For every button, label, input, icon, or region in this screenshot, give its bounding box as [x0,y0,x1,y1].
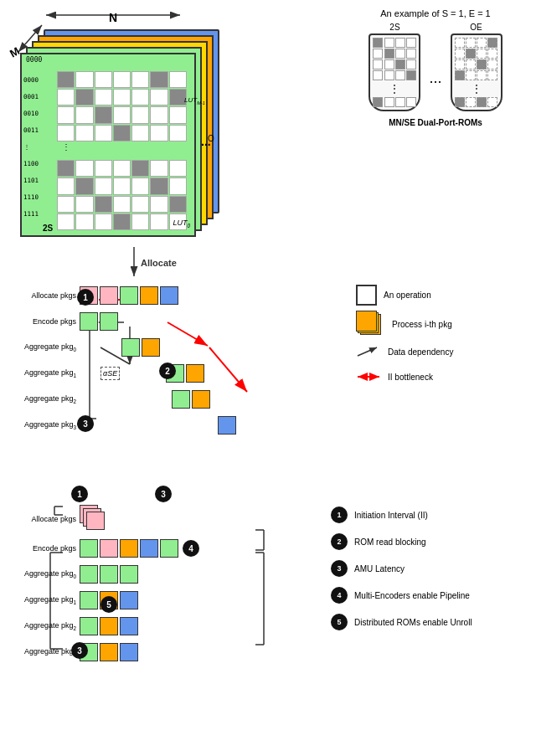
legend-ii-bottleneck: II bottleneck [356,368,532,385]
rc [455,38,465,48]
gc [113,213,131,230]
rc [395,97,405,107]
gc [75,196,93,213]
label-lutm1: LUTM-1 [184,96,205,105]
gc [57,177,75,194]
pipeline-row-encode: Encode pkgs [0,311,322,332]
gc [131,106,149,123]
gc [57,106,75,123]
bin-1101: 1101 [23,173,39,188]
pb [80,312,98,331]
gc [57,160,75,177]
rom-2s-grid-bot [373,97,416,107]
row-label-agg1: Aggregate pkg1 [0,368,80,378]
pipeline2-row-agg1: Aggregate pkg1 5 [0,589,318,611]
legend-item-2: 2 ROM read blocking [331,533,532,550]
encode2-blocks [80,539,178,558]
rc [487,49,497,59]
legend-process-label: Process i-th pkg [392,320,452,329]
pipeline-row-agg0: Aggregate pkg0 [0,337,322,358]
gc [75,89,93,105]
dep-arrow-svg [356,343,381,360]
rc [477,38,487,48]
label-lut0: LUT0 [173,219,190,229]
legend-badge-1: 1 [331,507,348,523]
badge-1-mid: 1 [77,289,94,306]
pb [142,338,160,357]
gc: ⋮ [57,142,75,159]
bin-1110: 1110 [23,190,39,205]
binary-0000-top: 0000 [26,56,42,64]
agg3-2-blocks [80,643,138,661]
rc [406,59,416,69]
legend-section: An operation Process i-th pkg [356,285,532,385]
alpha-se-box: αSE [100,367,120,380]
gc [113,177,131,194]
legend-op-box [356,285,377,306]
pipeline2-row-agg2: Aggregate pkg2 [0,615,318,637]
pipeline2-row-allocate: Allocate pkgs [0,504,318,533]
pb [120,591,138,609]
rc [477,97,487,107]
rc [406,38,416,48]
agg0-2-blocks [80,565,138,584]
legend-text-4: Multi-Encoders enable Pipeline [354,591,470,600]
gc [57,196,75,213]
bin-0011: 0011 [23,123,39,138]
pb [120,565,138,584]
pb [172,390,190,409]
pb [120,539,138,558]
p2-label-agg1: Aggregate pkg1 [0,595,80,605]
bottom-legend: 1 Initiation Interval (II) 2 ROM read bl… [331,507,532,640]
bin-1100: 1100 [23,157,39,172]
gc [169,160,187,177]
gc [131,89,149,105]
gc [75,213,93,230]
rc [406,97,416,107]
rc [487,59,497,69]
gc [150,177,168,194]
legend-ii-arrow [356,368,381,385]
row-label-agg2: Aggregate pkg2 [0,394,80,404]
pb [192,390,210,409]
allocate-blocks [80,286,178,305]
badge-4-bot: 4 [183,540,199,557]
rc [373,70,383,80]
gc [131,142,149,159]
rc [384,38,394,48]
bottom-section: 1 3 Allocate pkgs Encode pkgs [0,481,536,756]
gc [95,196,112,213]
bin-0000: 0000 [23,73,39,88]
rom-2s-dots: ⋮ [373,83,416,95]
rc [406,49,416,59]
gc [131,71,149,88]
legend-badge-2: 2 [331,533,348,550]
gc [150,89,168,105]
rom-oe-shape: ⋮ [451,33,502,111]
rc [373,49,383,59]
rc [487,38,497,48]
legend-text-5: Distributed ROMs enable Unroll [354,618,472,627]
gc [169,125,187,141]
bin-1111: 1111 [23,207,39,222]
bin-vdots: ⋮ [23,140,39,155]
lut-layer-green-front: 0000 0000 0001 0010 0011 ⋮ 1100 1101 111… [20,53,196,237]
rc [455,70,465,80]
rc [384,59,394,69]
pipeline1-container: 1 Allocate pkgs Encode pkgs [0,285,322,440]
rom-oe-dots: ⋮ [455,83,498,95]
ii-arrow-svg [356,368,381,385]
agg2-blocks [172,390,210,409]
pipeline-row-agg3: Aggregate pkg3 [0,414,322,436]
legend-item-5: 5 Distributed ROMs enable Unroll [331,614,532,630]
gc [150,196,168,213]
rc [395,70,405,80]
p2-label-agg0: Aggregate pkg0 [0,569,80,579]
rc [477,70,487,80]
rc [455,59,465,69]
gc [113,71,131,88]
example-section: An example of S = 1, E = 1 2S [339,8,532,127]
pb [140,539,158,558]
pb [100,643,118,661]
gc [75,142,93,159]
